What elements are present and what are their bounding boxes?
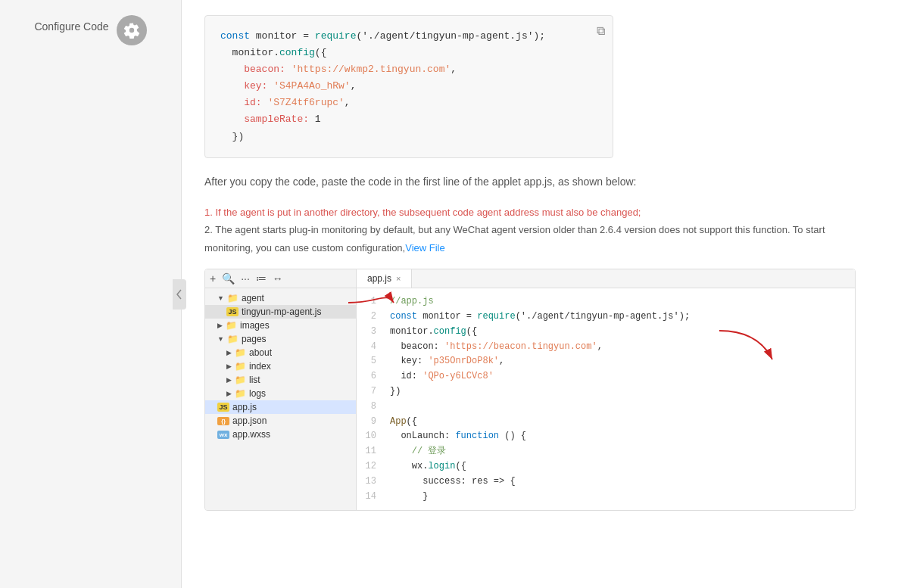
line-numbers: 123456 789101112 1314 bbox=[357, 294, 384, 504]
line-4: beacon: 'https://beacon.tingyun.com', bbox=[390, 340, 855, 355]
note-2: 2. The agent starts plug-in monitoring b… bbox=[204, 221, 875, 257]
view-file-link[interactable]: View File bbox=[405, 242, 445, 254]
toolbar-search-btn[interactable]: 🔍 bbox=[222, 272, 235, 285]
line-11: // 登录 bbox=[390, 444, 855, 459]
note-1: 1. If the agent is put in another direct… bbox=[204, 204, 875, 221]
code-block: ⧉ const monitor = require('./agent/tingy… bbox=[204, 15, 613, 158]
ide-tab-appjs[interactable]: app.js × bbox=[357, 269, 412, 288]
line-13: success: res => { bbox=[390, 474, 855, 490]
notes-section: 1. If the agent is put in another direct… bbox=[204, 204, 875, 257]
ide-wrapper: + 🔍 ··· ≔ ↔ ▼ 📁 agent JS tingyun-mp-agen… bbox=[204, 269, 856, 511]
code-editor-lines: //app.js const monitor = require('./agen… bbox=[384, 294, 855, 504]
line-7: }) bbox=[390, 384, 855, 400]
collapse-sidebar-button[interactable] bbox=[173, 279, 186, 310]
code-line-5: id: 'S7Z4tf6rupc', bbox=[220, 95, 597, 111]
tree-item-pages[interactable]: ▼ 📁 pages bbox=[205, 332, 356, 346]
ide-tab-bar: app.js × bbox=[357, 269, 855, 288]
sidebar-title: Configure Code bbox=[34, 20, 108, 33]
toolbar-expand-btn[interactable]: ↔ bbox=[273, 272, 283, 285]
line-10: onLaunch: function () { bbox=[390, 429, 855, 444]
main-content: ⧉ const monitor = require('./agent/tingy… bbox=[182, 0, 898, 588]
ide-container: + 🔍 ··· ≔ ↔ ▼ 📁 agent JS tingyun-mp-agen… bbox=[204, 269, 856, 511]
tree-item-list[interactable]: ▶ 📁 list bbox=[205, 373, 356, 387]
line-1: //app.js bbox=[390, 294, 855, 310]
line-12: wx.login({ bbox=[390, 459, 855, 474]
line-6: id: 'QPo-y6LCVc8' bbox=[390, 369, 855, 384]
line-5: key: 'p35OnrDoP8k', bbox=[390, 354, 855, 369]
toolbar-add-btn[interactable]: + bbox=[210, 272, 216, 285]
tree-item-logs[interactable]: ▶ 📁 logs bbox=[205, 387, 356, 400]
line-2: const monitor = require('./agent/tingyun… bbox=[390, 310, 855, 325]
tab-close-btn[interactable]: × bbox=[396, 274, 401, 283]
code-line-4: key: 'S4PA4Ao_hRw', bbox=[220, 78, 597, 95]
file-tree: ▼ 📁 agent JS tingyun-mp-agent.js ▶ 📁 ima… bbox=[205, 288, 356, 444]
tab-label: app.js bbox=[367, 273, 391, 284]
description-text: After you copy the code, paste the code … bbox=[204, 173, 875, 190]
ide-code-area: 123456 789101112 1314 //app.js const mon… bbox=[357, 288, 855, 510]
tree-item-about[interactable]: ▶ 📁 about bbox=[205, 346, 356, 359]
tree-item-appjson[interactable]: {} app.json bbox=[205, 414, 356, 428]
tree-item-appjs[interactable]: JS app.js bbox=[205, 400, 356, 414]
toolbar-sort-btn[interactable]: ≔ bbox=[256, 272, 267, 285]
gear-icon bbox=[117, 15, 147, 45]
code-line-3: beacon: 'https://wkmp2.tingyun.com', bbox=[220, 61, 597, 78]
ide-editor: app.js × 123456 789101112 1314 //app.js … bbox=[357, 269, 855, 510]
line-14: } bbox=[390, 490, 855, 505]
code-line-7: }) bbox=[220, 129, 597, 145]
code-line-2: monitor.config({ bbox=[220, 45, 597, 61]
line-8 bbox=[390, 400, 855, 415]
tree-item-appwxss[interactable]: wx app.wxss bbox=[205, 428, 356, 441]
tree-item-index[interactable]: ▶ 📁 index bbox=[205, 359, 356, 373]
tree-item-agent-js[interactable]: JS tingyun-mp-agent.js bbox=[205, 305, 356, 319]
toolbar-more-btn[interactable]: ··· bbox=[241, 272, 250, 285]
copy-icon[interactable]: ⧉ bbox=[597, 22, 605, 42]
line-9: App({ bbox=[390, 415, 855, 430]
ide-toolbar: + 🔍 ··· ≔ ↔ bbox=[205, 269, 356, 288]
line-3: monitor.config({ bbox=[390, 325, 855, 340]
tree-item-agent[interactable]: ▼ 📁 agent bbox=[205, 291, 356, 305]
code-line-6: sampleRate: 1 bbox=[220, 111, 597, 128]
sidebar: Configure Code bbox=[0, 0, 182, 588]
tree-item-images[interactable]: ▶ 📁 images bbox=[205, 319, 356, 332]
code-line-1: const monitor = require('./agent/tingyun… bbox=[220, 28, 597, 45]
ide-file-tree-panel: + 🔍 ··· ≔ ↔ ▼ 📁 agent JS tingyun-mp-agen… bbox=[205, 269, 357, 510]
